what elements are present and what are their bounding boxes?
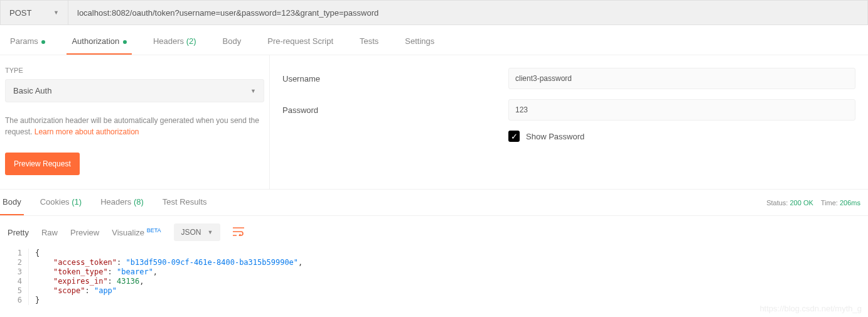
response-status: Status: 200 OK Time: 206ms bbox=[766, 199, 860, 207]
request-tabs: Params Authorization Headers (2) Body Pr… bbox=[0, 25, 868, 55]
password-input[interactable] bbox=[508, 99, 855, 121]
res-tab-test-results[interactable]: Test Results bbox=[160, 190, 210, 215]
auth-type-select[interactable]: Basic Auth ▼ bbox=[5, 79, 264, 102]
tab-tests[interactable]: Tests bbox=[355, 36, 383, 55]
res-tab-body[interactable]: Body bbox=[0, 190, 24, 215]
view-visualize[interactable]: Visualize BETA bbox=[112, 227, 161, 237]
code-content: { "access_token": "b13df590-09cf-461e-84… bbox=[29, 249, 303, 305]
tab-authorization[interactable]: Authorization bbox=[67, 36, 132, 55]
chevron-down-icon: ▼ bbox=[208, 229, 213, 235]
dot-icon bbox=[41, 40, 45, 44]
tab-prerequest[interactable]: Pre-request Script bbox=[262, 36, 338, 55]
view-preview[interactable]: Preview bbox=[70, 228, 99, 237]
show-password-checkbox[interactable]: ✓ bbox=[508, 131, 520, 142]
url-input[interactable]: localhost:8082/oauth/token?username=user… bbox=[68, 1, 867, 24]
response-body[interactable]: 1 2 3 4 5 6 { "access_token": "b13df590-… bbox=[0, 249, 868, 305]
tab-headers[interactable]: Headers (2) bbox=[148, 36, 201, 55]
tab-settings[interactable]: Settings bbox=[400, 36, 439, 55]
tab-body[interactable]: Body bbox=[218, 36, 247, 55]
res-tab-cookies[interactable]: Cookies (1) bbox=[38, 190, 84, 215]
watermark: https://blog.csdn.net/myth_g bbox=[759, 304, 862, 305]
wrap-lines-button[interactable] bbox=[233, 227, 244, 238]
format-select[interactable]: JSON ▼ bbox=[174, 223, 221, 241]
http-method-value: POST bbox=[9, 8, 31, 18]
learn-more-link[interactable]: Learn more about authorization bbox=[35, 127, 139, 136]
tab-params[interactable]: Params bbox=[5, 36, 50, 55]
http-method-select[interactable]: POST ▼ bbox=[1, 1, 68, 24]
chevron-down-icon: ▼ bbox=[53, 9, 59, 16]
dot-icon bbox=[123, 40, 127, 44]
chevron-down-icon: ▼ bbox=[250, 88, 256, 94]
line-gutter: 1 2 3 4 5 6 bbox=[0, 249, 29, 305]
view-raw[interactable]: Raw bbox=[41, 228, 58, 237]
auth-hint-text: The authorization header will be automat… bbox=[5, 115, 264, 137]
password-label: Password bbox=[282, 105, 508, 115]
username-label: Username bbox=[282, 74, 508, 83]
res-tab-headers[interactable]: Headers (8) bbox=[98, 190, 146, 215]
preview-request-button[interactable]: Preview Request bbox=[5, 153, 80, 175]
show-password-label: Show Password bbox=[526, 132, 584, 141]
auth-type-label: TYPE bbox=[5, 67, 264, 74]
username-input[interactable] bbox=[508, 68, 855, 89]
view-pretty[interactable]: Pretty bbox=[8, 228, 29, 237]
